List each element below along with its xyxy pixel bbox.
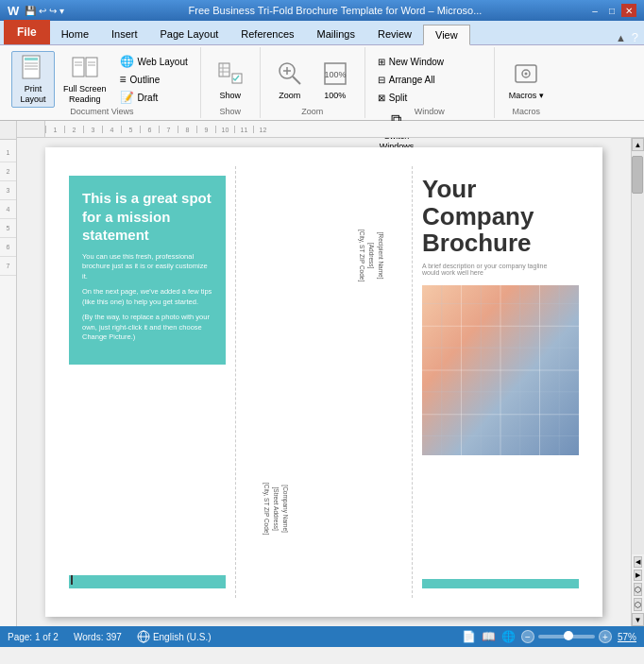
vertical-ruler: 1 2 3 4 5 6 7 [0,121,17,626]
draft-button[interactable]: 📝 Draft [115,89,193,106]
zoom-in-button[interactable]: + [599,630,612,643]
full-screen-reading-button[interactable]: Full ScreenReading [57,51,113,108]
svg-rect-1 [25,58,38,60]
tab-home[interactable]: Home [50,24,100,44]
split-icon: ⊠ [378,93,385,103]
document-views-label: Document Views [70,107,133,116]
title-bar: W 💾 ↩ ↪ ▾ Free Business Tri-Fold Brochur… [0,0,644,21]
view-web-icon[interactable]: 🌐 [501,630,516,643]
help-icon[interactable]: ? [632,30,638,44]
ribbon-group-show: Show Show [201,47,261,118]
svg-rect-6 [86,58,97,77]
ribbon-collapse-icon[interactable]: ▲ [616,32,626,43]
ribbon-group-zoom: Zoom 100% 100% Zoom [261,47,365,118]
scroll-up-button[interactable]: ▲ [632,138,644,151]
close-button[interactable]: ✕ [621,4,636,17]
new-window-label: New Window [389,57,444,67]
ribbon-group-document-views: PrintLayout Full ScreenReading [4,47,201,118]
svg-rect-5 [73,58,84,77]
tab-insert[interactable]: Insert [100,24,149,44]
address-recipient: [Recipient Name] [Address] [City, ST ZIP… [358,230,385,281]
split-button[interactable]: ⊠ Split [373,89,449,106]
print-layout-label: PrintLayout [20,84,45,105]
print-layout-button[interactable]: PrintLayout [11,51,55,108]
zoom-out-button[interactable]: − [521,630,534,643]
quick-access: 💾 ↩ ↪ ▾ [25,6,63,16]
show-label: Show [219,91,241,100]
tab-page-layout[interactable]: Page Layout [149,24,230,44]
ribbon-group-window: ⊞ New Window ⊟ Arrange All ⊠ Split ⧉ Swi… [365,47,495,118]
svg-point-24 [525,73,528,76]
horizontal-ruler: 1 2 3 4 5 6 7 8 9 10 11 12 [17,121,644,138]
ribbon-group-macros: Macros ▾ Macros [495,47,558,118]
web-layout-label: Web Layout [138,57,188,67]
body-text-2: On the next page, we've added a few tips… [82,287,212,307]
scroll-down-button[interactable]: ▼ [632,613,644,626]
zoom-group-label: Zoom [301,107,323,116]
full-screen-reading-label: Full ScreenReading [63,84,107,105]
status-bar-right: 📄 📖 🌐 − + 57% [462,630,636,643]
scroll-thumb[interactable] [632,156,643,194]
view-reading-icon[interactable]: 📖 [482,630,496,643]
scroll-track[interactable] [632,151,644,554]
body-text-3: (By the way, to replace a photo with you… [82,313,212,343]
tab-view[interactable]: View [423,25,470,45]
show-button[interactable]: Show [209,51,252,108]
ribbon: PrintLayout Full ScreenReading [0,45,644,121]
brochure-panel-left: This is a great spot for a mission state… [59,166,236,598]
window-title: Free Business Tri-Fold Brochure Template… [83,5,587,16]
tab-references[interactable]: References [229,24,305,44]
macros-icon [511,59,541,89]
word-count: Words: 397 [74,632,122,642]
document-page: This is a great spot for a mission state… [45,147,602,617]
document-area: This is a great spot for a mission state… [17,138,631,626]
svg-text:100%: 100% [324,70,346,79]
outline-button[interactable]: ≡ Outline [115,71,193,88]
arrange-all-button[interactable]: ⊟ Arrange All [373,71,449,88]
show-group-label: Show [219,107,241,116]
new-window-icon: ⊞ [378,57,385,67]
status-bar: Page: 1 of 2 Words: 397 English (U.S.) 📄… [0,626,644,647]
company-photo [422,285,579,455]
scroll-contract-button[interactable]: ▶ [634,570,642,581]
macros-button[interactable]: Macros ▾ [502,51,551,108]
arrange-all-icon: ⊟ [378,75,385,85]
right-panel-footer-bar [422,579,579,588]
view-normal-icon[interactable]: 📄 [462,630,476,643]
zoom-slider-track[interactable] [538,635,595,638]
zoom-button[interactable]: Zoom [268,51,312,108]
zoom-100-icon: 100% [320,59,350,89]
tab-review[interactable]: Review [366,24,423,44]
brochure-panel-right: Your Company Brochure A brief descriptio… [413,166,588,598]
scroll-next-button[interactable]: ⬡ [634,583,642,596]
zoom-control: − + [521,630,612,643]
web-layout-button[interactable]: 🌐 Web Layout [115,53,193,70]
zoom-100-button[interactable]: 100% 100% [314,51,357,108]
address-company: [Company Name] [Street Address] [City, S… [263,483,290,535]
page-info: Page: 1 of 2 [8,632,59,642]
full-screen-reading-icon [70,54,100,82]
vertical-scrollbar[interactable]: ▲ ◀ ▶ ⬡ ⬡ ▼ [631,138,644,626]
new-window-button[interactable]: ⊞ New Window [373,53,449,70]
draft-label: Draft [138,93,159,103]
scroll-prev-button[interactable]: ⬡ [634,598,642,611]
scroll-expand-button[interactable]: ◀ [634,556,642,568]
mission-box: This is a great spot for a mission state… [69,176,226,365]
app-icon: W [8,4,19,18]
brochure-panel-middle: [Recipient Name] [Address] [City, ST ZIP… [236,166,413,598]
minimize-button[interactable]: – [587,4,602,17]
tab-file[interactable]: File [4,20,50,44]
zoom-slider-thumb[interactable] [564,631,573,640]
zoom-level[interactable]: 57% [618,632,636,642]
language-icon: English (U.S.) [137,630,212,643]
svg-line-17 [293,77,300,84]
zoom-icon [275,59,305,89]
outline-label: Outline [130,75,161,85]
tab-mailings[interactable]: Mailings [306,24,366,44]
window-group-label: Window [415,107,445,116]
mission-heading: This is a great spot for a mission state… [82,189,212,245]
web-layout-icon: 🌐 [120,55,134,68]
outline-icon: ≡ [120,73,127,86]
maximize-button[interactable]: □ [604,4,619,17]
macros-group-label: Macros [512,107,540,116]
